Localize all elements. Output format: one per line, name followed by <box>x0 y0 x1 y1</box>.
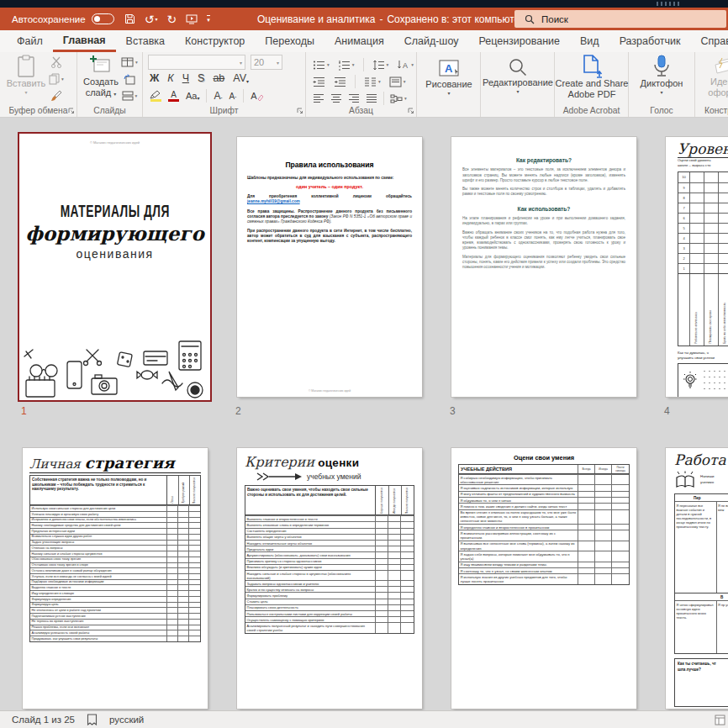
chevron-down-icon: ▾ <box>155 16 157 22</box>
bold-button[interactable]: Ж <box>150 72 159 84</box>
underline-button[interactable]: Ч <box>182 72 189 84</box>
table-row: Вежливо обсуждать (и критиковать) чужие … <box>245 564 414 570</box>
tab-animations[interactable]: Анимация <box>324 30 394 52</box>
tab-help[interactable]: Справка <box>691 30 728 52</box>
undo-button[interactable]: ↺▾ <box>145 13 158 25</box>
slide-thumbnail-5[interactable]: Личнаястратегия Собственная стратегия ва… <box>23 448 208 709</box>
notes-button[interactable] <box>87 714 98 725</box>
slide8-question-line: шла лучше? <box>678 667 728 673</box>
tab-insert[interactable]: Вставка <box>116 30 175 52</box>
section-icon <box>122 91 134 101</box>
font-dialog-launcher[interactable] <box>297 108 303 114</box>
highlight-color-button[interactable] <box>150 90 161 102</box>
clipboard-dialog-launcher[interactable] <box>68 108 75 114</box>
slide-thumbnail-7[interactable]: Оцени свои умения УЧЕБНЫЕ ДЕЙСТВИЯ Всегд… <box>451 448 636 709</box>
slide-thumbnail-6[interactable]: Критерииоценки учебных умений Важно оцен… <box>237 448 422 709</box>
start-slideshow-button[interactable] <box>186 14 198 24</box>
align-text-button[interactable]: ▾ <box>389 73 406 90</box>
copy-button[interactable]: ▾ <box>49 71 64 87</box>
autosave-label: Автосохранение <box>12 14 86 24</box>
background-window-ticks <box>657 2 679 6</box>
grid-cell <box>689 172 704 182</box>
increase-indent-button[interactable] <box>334 73 346 90</box>
column-header-cell: Пока не получается <box>401 486 414 514</box>
quick-access-toolbar: ↺▾ ↻ ▾ <box>124 13 210 25</box>
font-color-button[interactable]: А <box>168 91 179 102</box>
check-cell <box>189 551 200 557</box>
slide-thumbnail-3[interactable]: Как редактировать? Все элементы материал… <box>451 137 636 397</box>
format-painter-button[interactable] <box>49 87 64 104</box>
check-cell <box>167 620 178 625</box>
group-drawing: A Рисование ▾ <box>417 52 481 117</box>
align-right-button[interactable] <box>348 90 360 107</box>
slide-thumbnail-2[interactable]: Правила использования Шаблоны предназнач… <box>237 137 422 397</box>
decrease-indent-button[interactable] <box>313 73 325 90</box>
slide-thumbnail-4[interactable]: Уровень Оцени свой уровень школе – закра… <box>666 137 728 397</box>
chevron-down-icon: ▾ <box>277 60 279 66</box>
section-button[interactable]: ▾ <box>121 87 138 104</box>
paste-button[interactable]: Вставить ▾ <box>7 55 45 96</box>
row-label: Находить сильные и слабые стороны в аргу… <box>245 571 376 580</box>
view-button[interactable] <box>715 715 725 725</box>
slide-counter[interactable]: Слайд 1 из 25 <box>12 715 75 725</box>
change-case-button[interactable]: Aa▾ <box>186 91 199 101</box>
shrink-font-button[interactable]: Аˇ <box>229 92 237 101</box>
align-center-button[interactable] <box>330 90 342 107</box>
tab-review[interactable]: Рецензирование <box>468 30 570 52</box>
drawing-button[interactable]: A Рисование ▾ <box>424 57 474 97</box>
align-left-button[interactable] <box>313 90 324 107</box>
language-indicator[interactable]: русский <box>109 715 144 725</box>
tab-home[interactable]: Главная <box>53 30 116 52</box>
text-shadow-button[interactable]: S <box>198 72 204 84</box>
create-adobe-pdf-button[interactable]: Create and Share Adobe PDF <box>555 55 629 99</box>
text-direction-button[interactable]: A▾ <box>397 56 414 73</box>
qat-customize-button[interactable]: ▾ <box>207 15 210 24</box>
editing-button[interactable]: Редактирование ▾ <box>484 57 551 95</box>
save-button[interactable] <box>124 13 135 24</box>
autosave-toggle[interactable] <box>92 13 114 24</box>
line-spacing-button[interactable]: ▾ <box>372 56 389 73</box>
cut-button[interactable] <box>49 54 64 71</box>
grow-font-button[interactable]: Аˆ <box>214 90 222 102</box>
new-slide-button[interactable]: Создать слайд ▾ <box>81 55 121 98</box>
paragraph-dialog-launcher[interactable] <box>408 108 414 114</box>
justify-button[interactable] <box>366 90 377 107</box>
design-ideas-button[interactable]: Идеи д оформл <box>700 55 728 98</box>
numbering-button[interactable]: ▾ <box>338 56 355 73</box>
column-header: Всегда <box>582 467 590 471</box>
tab-developer[interactable]: Разработчик <box>609 30 691 52</box>
character-spacing-button[interactable]: AV▾ <box>233 72 249 84</box>
redo-button[interactable]: ↻ <box>166 13 177 25</box>
font-size-combo[interactable]: 20▾ <box>251 55 282 70</box>
slide-layout-button[interactable]: ▾ <box>121 54 138 71</box>
clear-formatting-button[interactable]: А <box>251 91 262 101</box>
check-cell <box>167 512 178 517</box>
chevron-down-icon: ▾ <box>411 62 414 67</box>
column-header: Пока не получается <box>406 488 409 514</box>
search-box[interactable]: Поиск <box>514 10 726 28</box>
strikethrough-button[interactable]: ab <box>213 72 224 84</box>
undo-icon: ↺ <box>145 13 155 25</box>
row-label: Я оцениваю надежность источников информа… <box>459 485 578 490</box>
document-title[interactable]: Оценивание и аналитика - Сохранено в: эт… <box>257 8 534 30</box>
reset-slide-button[interactable] <box>121 71 138 87</box>
bullets-button[interactable]: ▾ <box>313 56 330 73</box>
font-name-combo[interactable]: ▾ <box>148 55 245 70</box>
tab-view[interactable]: Вид <box>570 30 609 52</box>
tab-transitions[interactable]: Переходы <box>255 30 324 52</box>
tab-file[interactable]: Файл <box>7 30 53 52</box>
columns-button[interactable]: ▾ <box>364 73 381 90</box>
slide-thumbnail-8[interactable]: Работа Напиши ученико Пер Я пересказал в… <box>666 448 728 709</box>
check-cell <box>401 581 414 586</box>
slide-thumbnail-1[interactable]: © Магазин педагогических идей МАТЕРИАЛЫ … <box>21 135 208 398</box>
tab-slideshow[interactable]: Слайд-шоу <box>394 30 469 52</box>
check-cell <box>167 529 178 534</box>
check-cell <box>167 625 178 630</box>
dictate-button[interactable]: Диктофон ▾ <box>636 55 688 96</box>
tab-design[interactable]: Конструктор <box>175 30 255 52</box>
row-label: Вежливо обсуждать (и критиковать) чужие … <box>245 565 376 570</box>
check-cell <box>376 593 388 598</box>
slide3-paragraph: Важно обращать внимание своих учеников н… <box>462 230 625 251</box>
italic-button[interactable]: К <box>167 72 173 84</box>
smartart-convert-button[interactable]: ▾ <box>390 90 407 107</box>
